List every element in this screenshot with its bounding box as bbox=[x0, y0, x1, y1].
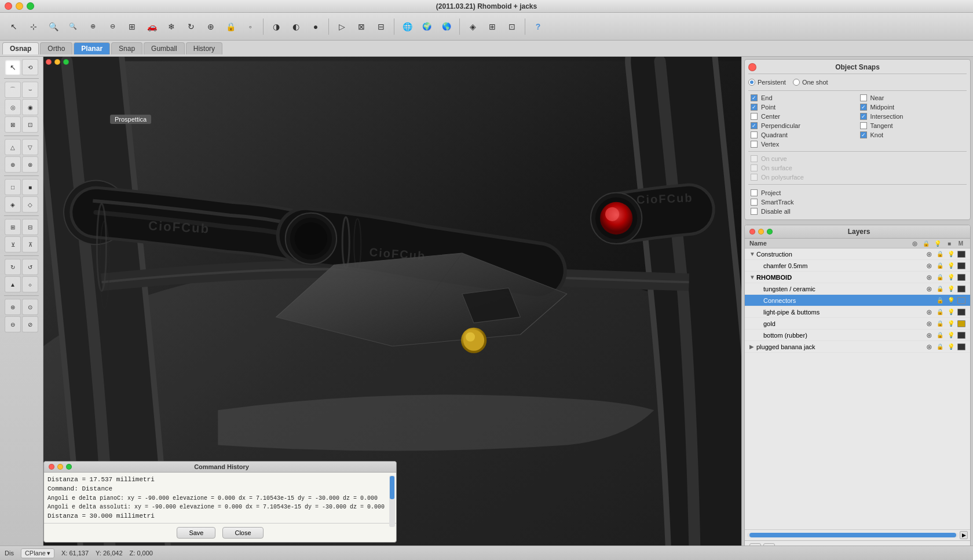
close-btn[interactable] bbox=[5, 2, 12, 10]
rhomboid-lock[interactable]: 🔒 bbox=[935, 273, 945, 281]
banana-color[interactable] bbox=[957, 343, 965, 350]
select-tool-btn[interactable]: ↖ bbox=[5, 17, 23, 36]
rect-tool[interactable]: ⊠ bbox=[5, 116, 21, 133]
snap-knot[interactable]: Knot bbox=[858, 130, 967, 140]
cmd-scrollbar[interactable] bbox=[389, 475, 395, 528]
rubber-visible[interactable]: ◎ bbox=[924, 331, 934, 339]
snap-point-check[interactable] bbox=[751, 104, 758, 111]
banana-lock[interactable]: 🔒 bbox=[935, 343, 945, 351]
snap-center-check[interactable] bbox=[751, 113, 758, 120]
grid3-tool[interactable]: ⊞ bbox=[5, 219, 21, 235]
persistent-radio[interactable] bbox=[748, 79, 755, 86]
sun-tool[interactable]: ⊙ bbox=[22, 299, 38, 315]
snap-tangent-check[interactable] bbox=[860, 122, 867, 129]
snap-near[interactable]: Near bbox=[858, 93, 967, 103]
snap-smarttrack-check[interactable] bbox=[751, 199, 758, 206]
snap-perp-check[interactable] bbox=[751, 122, 758, 129]
plus-tool[interactable]: ⊕ bbox=[5, 156, 21, 173]
snowflake-btn[interactable]: ❄ bbox=[162, 17, 181, 36]
maximize-btn[interactable] bbox=[27, 2, 34, 10]
layer-row-tungsten[interactable]: tungsten / ceramic ◎ 🔒 💡 bbox=[745, 283, 970, 295]
lock-btn[interactable]: 🔒 bbox=[221, 17, 240, 36]
construction-lock[interactable]: 🔒 bbox=[935, 250, 945, 258]
tab-history[interactable]: History bbox=[186, 42, 222, 54]
layer-row-construction[interactable]: ▼ Construction ◎ 🔒 💡 bbox=[745, 248, 970, 260]
oneshot-option[interactable]: One shot bbox=[793, 79, 828, 86]
help-btn[interactable]: ? bbox=[529, 17, 547, 36]
triangle-btn[interactable]: ▷ bbox=[332, 17, 351, 36]
curve-tool[interactable]: ⌒ bbox=[5, 82, 21, 98]
grid2-btn[interactable]: ⊟ bbox=[372, 17, 390, 36]
snap-project-check[interactable] bbox=[751, 189, 758, 196]
persistent-option[interactable]: Persistent bbox=[748, 79, 786, 86]
minimize-btn[interactable] bbox=[16, 2, 23, 10]
ellipse-tool[interactable]: ◉ bbox=[22, 99, 38, 115]
rhomboid-expand[interactable]: ▼ bbox=[749, 274, 756, 280]
triangle-tool[interactable]: △ bbox=[5, 139, 21, 155]
connectors-lock[interactable]: 🔒 bbox=[935, 297, 945, 305]
layers-scrollbar-thumb[interactable] bbox=[749, 533, 956, 537]
gold-render[interactable]: 💡 bbox=[946, 320, 956, 328]
vp-close[interactable] bbox=[46, 59, 52, 65]
snap-center[interactable]: Center bbox=[748, 112, 858, 121]
layer-row-connectors[interactable]: Connectors ● 🔒 💡 bbox=[745, 295, 970, 306]
connectors-color[interactable] bbox=[957, 297, 965, 304]
car-btn[interactable]: 🚗 bbox=[142, 17, 161, 36]
snap-point[interactable]: Point bbox=[748, 103, 858, 112]
layers-min-btn[interactable] bbox=[758, 229, 764, 235]
gizmo-btn[interactable]: ⊠ bbox=[352, 17, 371, 36]
box-tool[interactable]: □ bbox=[5, 179, 21, 195]
snap-intersection-check[interactable] bbox=[860, 113, 867, 120]
connectors-visible[interactable]: ● bbox=[924, 297, 934, 305]
cmd-scrollthumb[interactable] bbox=[390, 476, 394, 499]
tab-gumball[interactable]: Gumball bbox=[144, 42, 185, 54]
rhomboid-visible[interactable]: ◎ bbox=[924, 273, 934, 281]
snap2-btn[interactable]: ⊡ bbox=[503, 17, 521, 36]
snap-midpoint-check[interactable] bbox=[860, 104, 867, 111]
slash-tool[interactable]: ⊘ bbox=[22, 316, 38, 332]
construction-visible[interactable]: ◎ bbox=[924, 250, 934, 258]
xor-tool[interactable]: ⊻ bbox=[5, 236, 21, 252]
points-btn[interactable]: ◦ bbox=[241, 17, 259, 36]
earth-btn[interactable]: 🌎 bbox=[437, 17, 456, 36]
minus-tool[interactable]: ⊗ bbox=[22, 156, 38, 173]
snap-disableall-check[interactable] bbox=[751, 208, 758, 215]
cplane-dropdown[interactable]: CPlane ▾ bbox=[21, 548, 54, 558]
globe2-btn[interactable]: 🌍 bbox=[418, 17, 436, 36]
lightpipe-render[interactable]: 💡 bbox=[946, 308, 956, 316]
construction-color[interactable] bbox=[957, 251, 965, 258]
snap-knot-check[interactable] bbox=[860, 131, 867, 138]
lightpipe-visible[interactable]: ◎ bbox=[924, 308, 934, 316]
render-btn[interactable]: ● bbox=[306, 17, 325, 36]
layer-row-rhomboid[interactable]: ▼ RHOMBOID ◎ 🔒 💡 bbox=[745, 272, 970, 283]
rhomboid-color[interactable] bbox=[957, 274, 965, 281]
snap-quad-check[interactable] bbox=[751, 131, 758, 138]
gold-lock[interactable]: 🔒 bbox=[935, 320, 945, 328]
poly-tool[interactable]: ⊡ bbox=[22, 116, 38, 133]
vp-min[interactable] bbox=[54, 59, 60, 65]
rubber-color[interactable] bbox=[957, 332, 965, 339]
lightpipe-color[interactable] bbox=[957, 309, 965, 316]
circle-tool[interactable]: ◎ bbox=[5, 99, 21, 115]
cmd-max-btn[interactable] bbox=[66, 464, 72, 470]
oneshot-radio[interactable] bbox=[793, 79, 800, 86]
snap-perpendicular[interactable]: Perpendicular bbox=[748, 121, 858, 130]
tri-down-tool[interactable]: ▽ bbox=[22, 139, 38, 155]
tungsten-color[interactable] bbox=[957, 286, 965, 292]
tab-osnap[interactable]: Osnap bbox=[2, 42, 39, 54]
rubber-lock[interactable]: 🔒 bbox=[935, 331, 945, 339]
rotate-small-btn[interactable]: ⟲ bbox=[22, 59, 38, 75]
cmd-min-btn[interactable] bbox=[57, 464, 63, 470]
vp-max[interactable] bbox=[63, 59, 69, 65]
tungsten-render[interactable]: 💡 bbox=[946, 285, 956, 293]
arrow-tool[interactable]: ⟐ bbox=[22, 276, 38, 292]
snap-disable-all[interactable]: Disable all bbox=[748, 207, 967, 216]
select-arrow-btn[interactable]: ↖ bbox=[5, 59, 21, 75]
ccw-tool[interactable]: ↺ bbox=[22, 259, 38, 275]
nand-tool[interactable]: ⊼ bbox=[22, 236, 38, 252]
zoom3-btn[interactable]: ⊕ bbox=[83, 17, 102, 36]
layers-scrollbar-track[interactable] bbox=[747, 533, 959, 537]
banana-expand[interactable]: ▶ bbox=[749, 343, 756, 350]
viewport-grid-btn[interactable]: ⊞ bbox=[123, 17, 141, 36]
snap-vertex[interactable]: Vertex bbox=[748, 140, 858, 149]
